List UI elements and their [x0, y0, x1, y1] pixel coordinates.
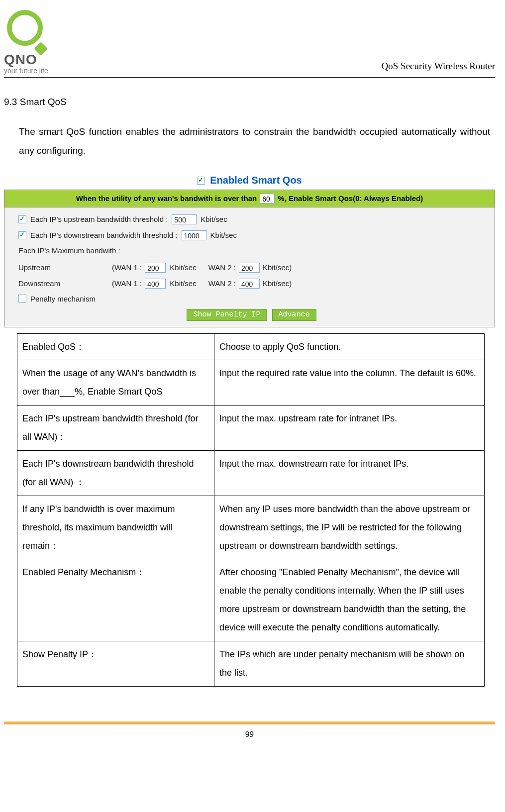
downstream-wan2-input[interactable]: 400: [239, 279, 260, 289]
wan2-prefix: WAN 2 :: [208, 279, 236, 288]
upstream-threshold-label: Each IP's upstream bandwidth threshold :: [30, 215, 168, 223]
table-row: If any IP's bandwidth is over maximum th…: [17, 496, 485, 559]
downstream-threshold-input[interactable]: 1000: [182, 230, 206, 240]
penalty-mechanism-checkbox[interactable]: [18, 295, 26, 303]
table-row: When the usage of any WAN's bandwidth is…: [17, 360, 485, 406]
upstream-threshold-checkbox[interactable]: [18, 215, 26, 223]
threshold-bar-suffix: %, Enable Smart Qos(0: Always Enabled): [278, 194, 423, 203]
threshold-bar-prefix: When the utility of any wan's bandwith i…: [76, 194, 257, 203]
table-value: Choose to apply QoS function.: [214, 333, 485, 360]
document-title: QoS Security Wireless Router: [382, 61, 495, 72]
table-value: After choosing "Enabled Penalty Mechanis…: [214, 559, 485, 641]
wan2-prefix: WAN 2 :: [208, 263, 236, 272]
table-key: Enabled Penalty Mechanism：: [17, 559, 214, 641]
table-key: When the usage of any WAN's bandwidth is…: [17, 360, 214, 406]
downstream-threshold-checkbox[interactable]: [18, 231, 26, 239]
upstream-row-label: Upstream: [18, 263, 108, 272]
table-key: Each IP's downstream bandwidth threshold…: [17, 450, 214, 496]
unit-label: Kbit/sec: [170, 279, 196, 288]
wan1-prefix: (WAN 1 :: [112, 263, 142, 272]
downstream-row-label: Downstream: [18, 279, 108, 288]
advance-button[interactable]: Advance: [272, 309, 316, 321]
page-number: 99: [4, 729, 495, 739]
downstream-threshold-label: Each IP's downstream bandwidth threshold…: [30, 231, 178, 239]
wan1-prefix: (WAN 1 :: [112, 279, 142, 288]
bandwidth-percent-input[interactable]: 60: [260, 194, 275, 203]
section-heading: 9.3 Smart QoS: [4, 97, 495, 107]
unit-label: Kbit/sec: [210, 231, 237, 239]
unit-label: Kbit/sec: [201, 215, 227, 223]
brand-logo-block: QNO your future life: [4, 10, 49, 75]
table-key: Enabled QoS：: [17, 333, 214, 360]
upstream-wan2-input[interactable]: 200: [239, 263, 260, 273]
table-key: Each IP's upstream bandwidth threshold (…: [17, 406, 214, 451]
table-row: Enabled Penalty Mechanism：After choosing…: [17, 559, 485, 641]
header-divider: [4, 77, 495, 78]
unit-close: Kbit/sec): [263, 279, 292, 288]
unit-close: Kbit/sec): [263, 263, 292, 272]
upstream-threshold-input[interactable]: 500: [172, 214, 197, 224]
table-value: Input the max. upstream rate for intrane…: [214, 406, 485, 451]
unit-label: Kbit/sec: [170, 263, 196, 272]
penalty-mechanism-label: Penalty mechanism: [30, 295, 96, 303]
threshold-bar: When the utility of any wan's bandwith i…: [4, 190, 495, 207]
table-row: Each IP's upstream bandwidth threshold (…: [17, 406, 485, 451]
smart-qos-screenshot: Enabled Smart Qos When the utility of an…: [4, 171, 495, 327]
section-intro: The smart QoS function enables the admin…: [19, 122, 490, 160]
section-title: Smart QoS: [20, 97, 67, 107]
table-key: If any IP's bandwidth is over maximum th…: [17, 496, 214, 559]
footer-gradient-bar: [4, 721, 495, 724]
table-value: When any IP uses more bandwidth than the…: [214, 496, 485, 559]
enabled-smartqos-label: Enabled Smart Qos: [210, 175, 302, 186]
max-bandwidth-label: Each IP's Maximum bandwith :: [18, 246, 120, 255]
section-number: 9.3: [4, 97, 17, 107]
table-row: Each IP's downstream bandwidth threshold…: [17, 450, 485, 496]
show-penalty-ip-button[interactable]: Show Panelty IP: [187, 309, 267, 321]
table-value: The IPs which are under penalty mechanis…: [214, 641, 485, 686]
upstream-wan1-input[interactable]: 200: [145, 263, 166, 273]
table-row: Enabled QoS：Choose to apply QoS function…: [17, 333, 485, 360]
downstream-wan1-input[interactable]: 400: [145, 279, 166, 289]
table-value: Input the max. downstream rate for intra…: [214, 450, 485, 496]
q-logo-icon: [4, 10, 49, 55]
table-row: Show Penalty IP：The IPs which are under …: [17, 641, 485, 686]
enabled-smartqos-checkbox[interactable]: [197, 177, 205, 185]
table-value: Input the required rate value into the c…: [214, 360, 485, 406]
brand-tagline: your future life: [4, 67, 48, 75]
description-table: Enabled QoS：Choose to apply QoS function…: [17, 333, 485, 687]
table-key: Show Penalty IP：: [17, 641, 214, 686]
